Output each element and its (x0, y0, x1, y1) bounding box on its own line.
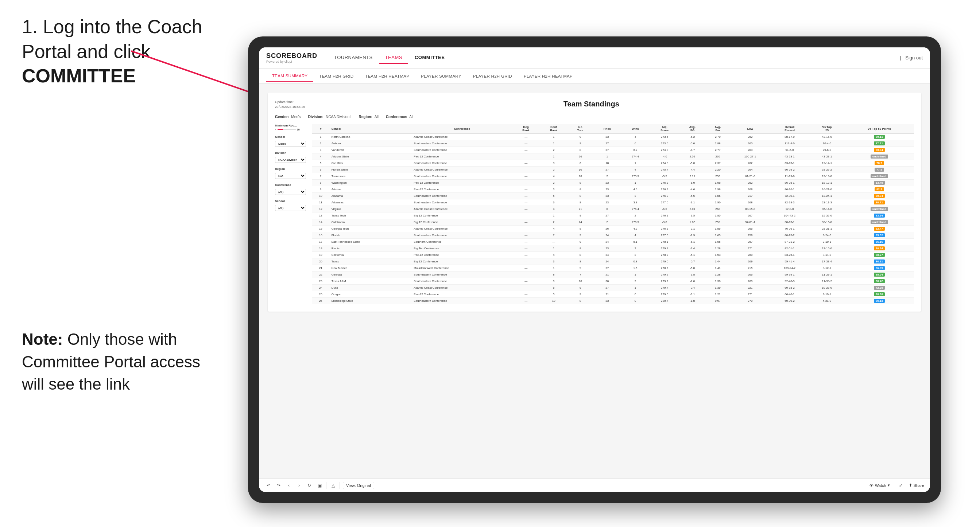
score-badge: undefined (870, 220, 888, 224)
tab-player-h2h-grid[interactable]: PLAYER H2H GRID (467, 71, 518, 81)
share-label: Share (914, 483, 924, 487)
table-row: 17 East Tennessee State Southern Confere… (312, 239, 914, 245)
table-row: 26 Mississippi State Southeastern Confer… (312, 298, 914, 304)
gender-filter-label: Gender (275, 135, 306, 138)
share-button[interactable]: ⬆ Share (909, 483, 924, 487)
table-row: 24 Duke Atlantic Coast Conference — 5 9 … (312, 285, 914, 291)
score-badge: undefined (870, 154, 888, 159)
tablet-screen: SCOREBOARD Powered by clippi TOURNAMENTS… (259, 48, 930, 492)
gender-select[interactable]: Men's (275, 141, 306, 147)
nav-teams[interactable]: TEAMS (379, 52, 408, 64)
division-filter-group: Division NCAA Division I (275, 151, 306, 163)
min-rounds-label: Minimum Rou... (275, 124, 306, 127)
school-filter-group: School (All) (275, 199, 306, 211)
col-rnds: Rnds (593, 124, 621, 134)
division-filter-display: Division: NCAA Division I (308, 115, 352, 119)
division-filter-label: Division (275, 151, 306, 154)
table-row: 12 Virginia Atlantic Coast Conference — … (312, 206, 914, 213)
table-row: 9 Arizona Pac-12 Conference — 3 8 23 4.6… (312, 186, 914, 193)
table-row: 16 Florida Southeastern Conference — 7 9… (312, 232, 914, 239)
score-badge: undefined (870, 174, 888, 178)
score-badge: 82.47 (874, 227, 885, 231)
tab-player-h2h-heatmap[interactable]: PLAYER H2H HEATMAP (518, 71, 578, 81)
tab-team-h2h-grid[interactable]: TEAM H2H GRID (313, 71, 359, 81)
conference-value: All (409, 115, 413, 119)
table-row: 23 Texas A&M Southeastern Conference — 9… (312, 278, 914, 285)
table-row: 1 North Carolina Atlantic Coast Conferen… (312, 134, 914, 140)
min-rounds-group: Minimum Rou... 4 30 (275, 124, 306, 131)
table-row: 18 Illinois Big Ten Conference — 1 8 23 … (312, 245, 914, 252)
min-rounds-slider[interactable] (278, 129, 296, 130)
col-wins: Wins (621, 124, 649, 134)
watch-button[interactable]: 👁 Watch ▾ (867, 482, 893, 489)
score-badge: 86.09 (874, 266, 885, 270)
score-badge: 53.49 (874, 181, 885, 185)
note-label: Note: (22, 330, 63, 348)
content-card: Update time: 27/03/2024 16:56:26 Team St… (268, 92, 921, 312)
conference-filter-display: Conference: All (386, 115, 413, 119)
tab-player-summary[interactable]: PLAYER SUMMARY (415, 71, 467, 81)
region-value: All (375, 115, 379, 119)
view-original-label: View: Original (346, 483, 371, 487)
watch-label: Watch (875, 483, 886, 487)
school-filter-label: School (275, 199, 306, 203)
score-badge: 88.54 (874, 273, 885, 277)
score-badge: 80.64 (874, 148, 885, 152)
tab-team-summary[interactable]: TEAM SUMMARY (266, 71, 313, 82)
tablet-device: SCOREBOARD Powered by clippi TOURNAMENTS… (248, 37, 941, 503)
logo-sub: Powered by clippi (266, 60, 317, 63)
redo-icon[interactable]: ↷ (275, 482, 282, 489)
expand-icon[interactable]: ⤢ (897, 482, 905, 489)
toolbar-right: 👁 Watch ▾ ⤢ ⬆ Share (867, 482, 924, 489)
table-row: 8 Washington Pac-12 Conference — 2 8 23 … (312, 180, 914, 186)
toolbar-divider-1 (326, 482, 326, 489)
school-select[interactable]: (All) (275, 205, 306, 211)
table-row: 3 Vanderbilt Southeastern Conference — 2… (312, 147, 914, 154)
score-badge: 85.02 (874, 233, 885, 237)
undo-icon[interactable]: ↶ (265, 482, 272, 489)
update-time-value: 27/03/2024 16:56:26 (275, 105, 305, 110)
table-row: 13 Texas Tech Big 12 Conference — 1 9 27… (312, 213, 914, 219)
table-row: 5 Ole Miss Southeastern Conference — 3 6… (312, 160, 914, 167)
table-row: 11 Arkansas Southeastern Conference — 6 … (312, 199, 914, 206)
conference-select[interactable]: (All) (275, 189, 306, 195)
score-badge: 82.3 (875, 187, 884, 191)
conference-filter-group: Conference (All) (275, 183, 306, 195)
nav-committee[interactable]: COMMITTEE (409, 52, 451, 64)
gender-value: Men's (291, 115, 301, 119)
nav-tournaments[interactable]: TOURNAMENTS (328, 52, 379, 64)
view-original-button[interactable]: View: Original (343, 482, 374, 489)
score-badge: 80.34 (874, 246, 885, 250)
min-rounds-val2: 30 (297, 128, 300, 131)
score-badge: 42.98 (874, 286, 885, 290)
col-vs-top-50: Vs Top 50 Points (845, 124, 914, 134)
col-adj-score: Adj.Score (649, 124, 680, 134)
division-value: NCAA Division I (326, 115, 352, 119)
standings-header: Update time: 27/03/2024 16:56:26 Team St… (275, 100, 914, 109)
table-row: 6 Florida State Atlantic Coast Conferenc… (312, 167, 914, 173)
standings-title: Team Standings (305, 100, 878, 108)
nav-right: | Sign out (900, 55, 923, 60)
time-icon[interactable]: △ (329, 482, 337, 489)
score-badge: undefined (870, 207, 888, 211)
back-icon[interactable]: ‹ (285, 482, 293, 489)
score-badge: 89.11 (874, 135, 885, 139)
table-row: 21 New Mexico Mountain West Conference —… (312, 265, 914, 271)
sign-out-link[interactable]: Sign out (905, 55, 923, 60)
sidebar-filters: Minimum Rou... 4 30 Gender (275, 124, 306, 304)
share-icon: ⬆ (909, 483, 912, 487)
copy-icon[interactable]: ▣ (316, 482, 323, 489)
col-rank: # (312, 124, 330, 134)
region-select[interactable]: N/A (275, 173, 306, 179)
update-time-label: Update time: (275, 100, 305, 105)
table-row: 25 Oregon Pac-12 Conference — 5 9 21 0 2… (312, 291, 914, 298)
table-row: 10 Alabama Southeastern Conference — 5 8… (312, 193, 914, 199)
reload-icon[interactable]: ↻ (305, 482, 313, 489)
forward-icon[interactable]: › (296, 482, 303, 489)
division-select[interactable]: NCAA Division I (275, 157, 306, 163)
score-badge: 87.21 (874, 141, 885, 145)
logo-area: SCOREBOARD Powered by clippi (266, 52, 317, 63)
conference-filter-label: Conference (275, 183, 306, 187)
tab-team-h2h-heatmap[interactable]: TEAM H2H HEATMAP (359, 71, 415, 81)
gender-label: Gender: (275, 115, 289, 119)
